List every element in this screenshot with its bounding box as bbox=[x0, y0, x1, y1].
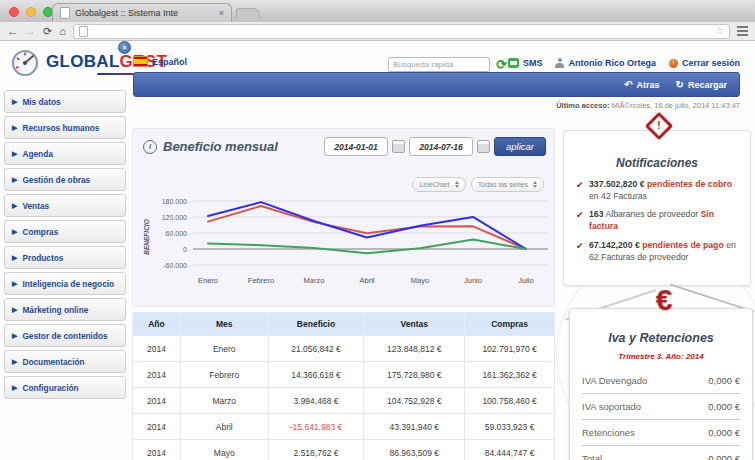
home-icon[interactable]: ⌂ bbox=[59, 26, 66, 37]
language-selector[interactable]: Español bbox=[133, 56, 187, 67]
logout-button[interactable]: Cerrar sesión bbox=[669, 58, 740, 68]
date-to-input[interactable] bbox=[409, 137, 473, 156]
sidebar-item-label: Productos bbox=[22, 253, 63, 263]
table-cell: 2014 bbox=[133, 362, 181, 388]
sidebar-item-productos[interactable]: ▶Productos bbox=[4, 246, 126, 269]
table-cell: -15.641,983 € bbox=[268, 414, 364, 440]
sms-button[interactable]: SMS bbox=[508, 58, 543, 68]
table-cell: 104.752,928 € bbox=[364, 388, 465, 414]
sidebar-item-label: Agenda bbox=[22, 149, 52, 159]
sidebar-item-compras[interactable]: ▶Compras bbox=[4, 220, 126, 243]
sidebar-item-label: Configuración bbox=[22, 383, 78, 393]
iva-row-label: Retenciones bbox=[582, 427, 635, 438]
iva-panel: Iva y Retenciones Trimestre 3. Año: 2014… bbox=[569, 308, 753, 460]
reload-icon: ↻ bbox=[676, 80, 684, 90]
browser-menu-icon[interactable] bbox=[737, 26, 748, 36]
table-row[interactable]: 2014Marzo3.994,468 €104.752,928 €100.758… bbox=[133, 388, 555, 414]
sms-label: SMS bbox=[523, 58, 543, 68]
iva-row-label: IVA Devengado bbox=[582, 375, 647, 386]
notifications-title: Notificaciones bbox=[564, 156, 750, 170]
notification-item[interactable]: ✔67.142,200 € pendientes de pago en 62 F… bbox=[576, 240, 740, 263]
iva-row-label: Total bbox=[582, 453, 602, 460]
sidebar-item-documentaci-n[interactable]: ▶Documentación bbox=[4, 350, 126, 373]
table-row[interactable]: 2014Abril-15.641,983 €43.391,940 €59.033… bbox=[133, 414, 555, 440]
y-tick-label: 60.000 bbox=[166, 230, 188, 237]
sidebar-item-gesti-n-de-obras[interactable]: ▶Gestión de obras bbox=[4, 168, 126, 191]
series-line-beneficio bbox=[208, 240, 526, 254]
chevron-right-icon: ▶ bbox=[12, 228, 17, 235]
sidebar-item-mis-datos[interactable]: ▶Mis datos bbox=[4, 90, 126, 113]
table-cell: 175.728,980 € bbox=[364, 362, 465, 388]
chevron-right-icon: ▶ bbox=[12, 280, 17, 287]
calendar-icon[interactable] bbox=[477, 140, 490, 153]
check-icon: ✔ bbox=[576, 209, 584, 221]
series-select[interactable]: Todas las series bbox=[471, 177, 544, 192]
last-access: Último acceso: MiÃ©rcoles, 16 de julio, … bbox=[556, 101, 740, 110]
column-header: Beneficio bbox=[268, 313, 364, 336]
new-tab-button[interactable] bbox=[236, 8, 260, 21]
table-cell: 21.056,842 € bbox=[268, 336, 364, 362]
table-row[interactable]: 2014Enero21.056,842 €123.848,812 €102.79… bbox=[133, 336, 555, 362]
refresh-icon[interactable]: ⟳ bbox=[43, 26, 52, 37]
chevron-right-icon: ▶ bbox=[12, 306, 17, 313]
apply-button[interactable]: aplicar bbox=[494, 137, 546, 156]
last-access-label: Último acceso: bbox=[556, 101, 609, 110]
sidebar-item-configuraci-n[interactable]: ▶Configuración bbox=[4, 376, 126, 399]
sidebar-item-label: Compras bbox=[22, 227, 58, 237]
header-user-area: SMS Antonio Rico Ortega Cerrar sesión bbox=[508, 58, 740, 68]
date-from-input[interactable] bbox=[324, 137, 388, 156]
sidebar-item-m-rketing-online[interactable]: ▶Márketing online bbox=[4, 298, 126, 321]
chevron-right-icon: ▶ bbox=[12, 384, 17, 391]
stepper-arrows-icon bbox=[455, 181, 459, 188]
iva-title: Iva y Retenciones bbox=[570, 331, 752, 345]
url-page-icon bbox=[79, 26, 88, 37]
iva-row: IVA soportado0,000 € bbox=[582, 394, 740, 420]
table-cell: 102.791,970 € bbox=[465, 336, 555, 362]
sidebar-item-label: Ventas bbox=[22, 201, 49, 211]
table-cell: Marzo bbox=[180, 388, 268, 414]
search-go-icon[interactable]: ⟳ bbox=[496, 58, 507, 71]
table-row[interactable]: 2014Febrero14.366,618 €175.728,980 €161.… bbox=[133, 362, 555, 388]
notification-text: en 42 Facturas bbox=[589, 191, 647, 201]
back-label: Atras bbox=[637, 80, 660, 90]
user-menu[interactable]: Antonio Rico Ortega bbox=[555, 58, 656, 68]
notification-item[interactable]: ✔337.502,820 € pendientes de cobro en 42… bbox=[576, 179, 740, 202]
reload-button[interactable]: ↻ Recargar bbox=[676, 80, 727, 90]
iva-row-value: 0,000 € bbox=[708, 427, 740, 438]
sidebar-item-inteligencia-de-negocio[interactable]: ▶Inteligencia de negocio bbox=[4, 272, 126, 295]
panel-close-badge[interactable]: × bbox=[118, 41, 131, 54]
sidebar-item-agenda[interactable]: ▶Agenda bbox=[4, 142, 126, 165]
forward-icon[interactable]: → bbox=[25, 26, 36, 37]
table-cell: 2.518,762 € bbox=[268, 440, 364, 460]
check-icon: ✔ bbox=[576, 240, 584, 252]
sms-icon bbox=[508, 58, 519, 68]
browser-tab[interactable]: Globalgest :: Sistema Inte × bbox=[52, 3, 232, 22]
iva-rows: IVA Devengado0,000 €IVA soportado0,000 €… bbox=[570, 368, 752, 460]
sidebar-item-gestor-de-contenidos[interactable]: ▶Gestor de contenidos bbox=[4, 324, 126, 347]
table-header-row: AñoMesBeneficioVentasCompras bbox=[133, 313, 555, 336]
page-icon bbox=[60, 7, 70, 19]
sidebar-item-recursos-humanos[interactable]: ▶Recursos humanos bbox=[4, 116, 126, 139]
x-tick-label: Abril bbox=[359, 276, 374, 285]
table-row[interactable]: 2014Mayo2.518,762 €86.963,509 €84.444,74… bbox=[133, 440, 555, 460]
calendar-icon[interactable] bbox=[392, 140, 405, 153]
user-icon bbox=[555, 58, 564, 68]
back-icon[interactable]: ← bbox=[7, 26, 18, 37]
sidebar-item-ventas[interactable]: ▶Ventas bbox=[4, 194, 126, 217]
iva-row-value: 0,000 € bbox=[708, 401, 740, 412]
notification-text: 67.142,200 € bbox=[589, 240, 640, 250]
minimize-window-button[interactable] bbox=[26, 7, 36, 17]
notification-text: 163 bbox=[589, 209, 604, 219]
search-input[interactable] bbox=[388, 57, 490, 72]
chart-type-select[interactable]: LineChart bbox=[412, 177, 465, 192]
notification-item[interactable]: ✔163 Albaranes de proveedor Sin factura bbox=[576, 209, 740, 232]
close-window-button[interactable] bbox=[9, 7, 19, 17]
bookmark-star-icon[interactable]: ☆ bbox=[715, 26, 724, 36]
globalgest-dashboard: Globalgest :: Sistema Inte × ← → ⟳ ⌂ ☆ G… bbox=[0, 0, 755, 460]
x-tick-label: Mayo bbox=[411, 276, 429, 285]
table-cell: 2014 bbox=[133, 336, 181, 362]
x-tick-label: Junio bbox=[464, 276, 482, 285]
tab-close-icon[interactable]: × bbox=[219, 9, 224, 18]
address-bar[interactable]: ☆ bbox=[73, 24, 730, 39]
back-button[interactable]: ↶ Atras bbox=[624, 80, 659, 90]
